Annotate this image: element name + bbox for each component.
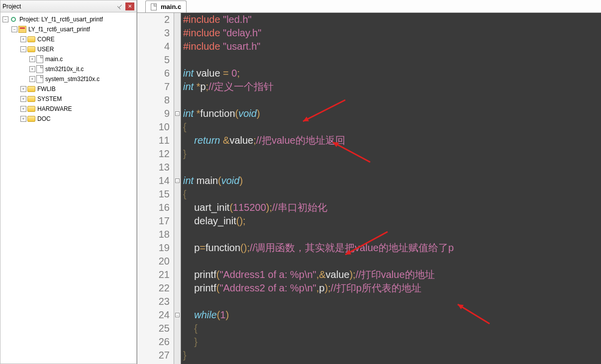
tree-label: FWLIB (37, 86, 56, 92)
tree-label: USER (37, 46, 54, 53)
tree-package[interactable]: − LY_f1_rct6_usart_printf (0, 24, 136, 34)
pin-button[interactable]: ⊥ (115, 2, 124, 10)
file-icon (36, 75, 43, 83)
folder-icon (27, 86, 35, 92)
code-line[interactable]: int *function(void) (181, 107, 601, 120)
tree-file-mainc[interactable]: + main.c (0, 54, 136, 64)
tree-folder-fwlib[interactable]: + FWLIB (0, 84, 136, 94)
code-line[interactable]: uart_init(115200);//串口初始化 (181, 201, 601, 214)
folder-icon (27, 96, 35, 102)
code-line[interactable]: printf("Address2 of a: %p\n",p);//打印p所代表… (181, 281, 601, 295)
package-icon (18, 26, 26, 33)
tree-label: stm32f10x_it.c (45, 66, 84, 73)
code-line[interactable]: printf("Address1 of a: %p\n",&value);//打… (181, 268, 601, 281)
tree-label: system_stm32f10x.c (45, 76, 100, 83)
code-line[interactable] (181, 255, 601, 268)
code-line[interactable]: delay_init(); (181, 214, 601, 228)
expander-icon[interactable]: + (20, 86, 26, 92)
code-line[interactable]: } (181, 335, 601, 349)
tree-folder-core[interactable]: + CORE (0, 34, 136, 44)
tree-file-itc[interactable]: + stm32f10x_it.c (0, 64, 136, 74)
tree-root[interactable]: − Project: LY_f1_rct6_usart_printf (0, 14, 136, 24)
code-line[interactable] (181, 53, 601, 67)
tree-folder-hardware[interactable]: + HARDWARE (0, 104, 136, 114)
folder-icon (27, 36, 35, 42)
code-editor[interactable]: 2345678910111213141516171819202122232425… (137, 13, 601, 364)
folder-icon (27, 106, 35, 112)
panel-title: Project (2, 3, 114, 10)
code-line[interactable]: { (181, 187, 601, 201)
editor-tab-mainc[interactable]: main.c (145, 0, 187, 12)
code-line[interactable]: int main(void) (181, 174, 601, 187)
code-line[interactable]: } (181, 349, 601, 362)
tree-label: SYSTEM (37, 95, 62, 102)
code-line[interactable]: } (181, 147, 601, 161)
code-line[interactable] (181, 161, 601, 174)
tree-label: DOC (37, 115, 51, 122)
expander-icon[interactable]: + (29, 76, 35, 82)
editor-tab-bar: main.c (137, 0, 601, 13)
project-tree[interactable]: − Project: LY_f1_rct6_usart_printf − LY_… (0, 12, 136, 364)
editor-area: main.c 234567891011121314151617181920212… (137, 0, 601, 364)
tab-label: main.c (161, 3, 181, 10)
code-line[interactable]: #include "usart.h" (181, 40, 601, 53)
project-icon (9, 15, 17, 23)
file-icon (36, 65, 43, 73)
fold-column[interactable]: −−− (174, 13, 181, 364)
expander-icon[interactable]: + (29, 56, 35, 62)
tree-file-sysc[interactable]: + system_stm32f10x.c (0, 74, 136, 84)
folder-icon (27, 116, 35, 122)
code-line[interactable] (181, 295, 601, 308)
code-line[interactable]: { (181, 322, 601, 335)
panel-header: Project ⊥ ✕ (0, 0, 136, 12)
tree-label: Project: LY_f1_rct6_usart_printf (19, 16, 103, 23)
code-line[interactable]: int value = 0; (181, 67, 601, 80)
expander-icon[interactable]: + (20, 36, 26, 42)
tree-folder-system[interactable]: + SYSTEM (0, 94, 136, 104)
expander-icon[interactable]: − (11, 26, 17, 32)
panel-close-button[interactable]: ✕ (125, 2, 134, 10)
code-line[interactable]: #include "delay.h" (181, 26, 601, 40)
code-line[interactable]: return &value;//把value的地址返回 (181, 134, 601, 147)
expander-icon[interactable]: − (2, 16, 8, 22)
tree-label: CORE (37, 36, 55, 43)
code-line[interactable]: while(1) (181, 308, 601, 322)
line-number-gutter: 2345678910111213141516171819202122232425… (137, 13, 174, 364)
tree-label: main.c (45, 56, 63, 63)
code-line[interactable]: p=function();//调用函数，其实就是把value的地址赋值给了p (181, 241, 601, 255)
code-line[interactable] (181, 93, 601, 107)
code-line[interactable]: { (181, 120, 601, 134)
file-icon (151, 3, 157, 10)
expander-icon[interactable]: + (20, 116, 26, 122)
tree-folder-user[interactable]: − USER (0, 44, 136, 54)
tree-folder-doc[interactable]: + DOC (0, 114, 136, 124)
code-line[interactable] (181, 228, 601, 241)
expander-icon[interactable]: + (29, 66, 35, 72)
file-icon (36, 55, 43, 63)
code-line[interactable]: #include "led.h" (181, 13, 601, 26)
expander-icon[interactable]: + (20, 106, 26, 112)
expander-icon[interactable]: − (20, 46, 26, 52)
folder-icon (27, 46, 35, 52)
code-content[interactable]: #include "led.h"#include "delay.h"#inclu… (181, 13, 601, 364)
tree-label: LY_f1_rct6_usart_printf (28, 26, 90, 33)
pin-icon: ⊥ (116, 2, 124, 10)
expander-icon[interactable]: + (20, 96, 26, 102)
tree-label: HARDWARE (37, 105, 72, 112)
project-panel: Project ⊥ ✕ − Project: LY_f1_rct6_usart_… (0, 0, 137, 364)
code-line[interactable]: int *p;//定义一个指针 (181, 80, 601, 93)
